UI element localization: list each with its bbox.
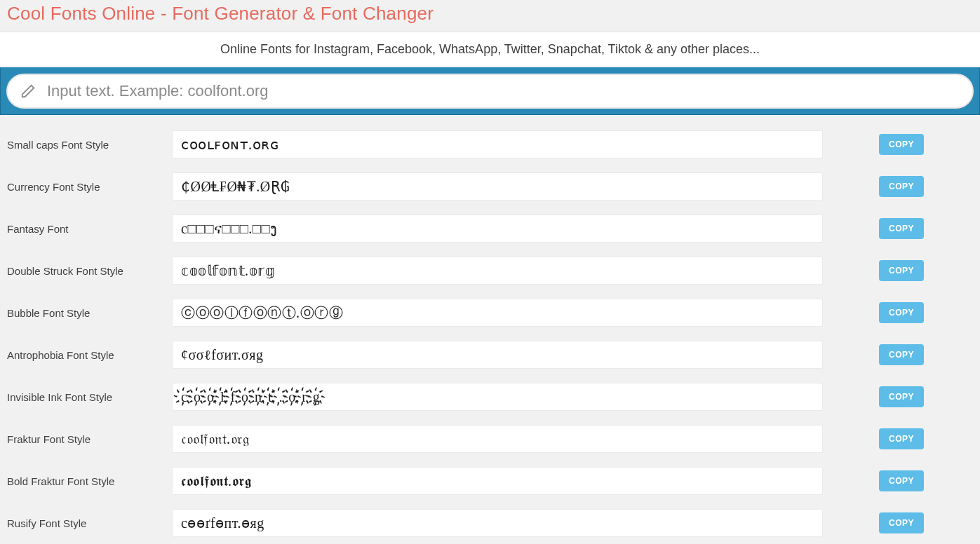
- font-style-row: Fraktur Font Style𝔠𝔬𝔬𝔩𝔣𝔬𝔫𝔱.𝔬𝔯𝔤COPY: [0, 418, 980, 460]
- copy-button[interactable]: COPY: [879, 134, 924, 155]
- font-style-label: Fantasy Font: [7, 223, 165, 235]
- copy-button[interactable]: COPY: [879, 176, 924, 197]
- font-style-output[interactable]: ⓒⓞⓞⓛⓕⓞⓝⓣ.ⓞⓡⓖ: [172, 299, 823, 327]
- font-style-row: Invisible Ink Font Stylec҉o҉o҉l҉f҉o҉n҉t҉…: [0, 376, 980, 418]
- page-title: Cool Fonts Online - Font Generator & Fon…: [7, 3, 973, 25]
- font-style-output[interactable]: c□□□ና□□□.□□ງ: [172, 215, 823, 243]
- copy-button[interactable]: COPY: [879, 386, 924, 407]
- font-style-label: Double Struck Font Style: [7, 265, 165, 277]
- font-style-label: Invisible Ink Font Style: [7, 391, 165, 403]
- subtitle-bar: Online Fonts for Instagram, Facebook, Wh…: [0, 32, 980, 67]
- font-style-output[interactable]: cѳѳґfѳпт.ѳяg: [172, 509, 823, 537]
- font-style-output[interactable]: c҉o҉o҉l҉f҉o҉n҉t҉.҉o҉r҉g҉: [172, 383, 823, 411]
- font-style-label: Bold Fraktur Font Style: [7, 475, 165, 487]
- font-style-row: Antrophobia Font Style¢σσℓfσит.σяgCOPY: [0, 334, 980, 376]
- font-style-label: Currency Font Style: [7, 181, 165, 193]
- copy-button[interactable]: COPY: [879, 428, 924, 449]
- copy-button[interactable]: COPY: [879, 260, 924, 281]
- font-style-label: Fraktur Font Style: [7, 433, 165, 445]
- copy-button[interactable]: COPY: [879, 218, 924, 239]
- font-style-row: Bold Fraktur Font Style𝖈𝖔𝖔𝖑𝖋𝖔𝖓𝖙.𝖔𝖗𝖌COPY: [0, 460, 980, 502]
- font-style-output[interactable]: ᴄᴏᴏʟꜰᴏɴᴛ.ᴏʀɢ: [172, 130, 823, 158]
- font-style-row: Bubble Font Styleⓒⓞⓞⓛⓕⓞⓝⓣ.ⓞⓡⓖCOPY: [0, 292, 980, 334]
- font-style-output[interactable]: 𝔠𝔬𝔬𝔩𝔣𝔬𝔫𝔱.𝔬𝔯𝔤: [172, 425, 823, 453]
- font-style-label: Bubble Font Style: [7, 307, 165, 319]
- font-style-label: Small caps Font Style: [7, 139, 165, 151]
- header-bar: Cool Fonts Online - Font Generator & Fon…: [0, 0, 980, 32]
- font-style-output[interactable]: ₵ØØⱠ₣Ø₦₮.ØⱤ₲: [172, 172, 823, 200]
- font-style-label: Rusify Font Style: [7, 517, 165, 529]
- font-style-row: Small caps Font Styleᴄᴏᴏʟꜰᴏɴᴛ.ᴏʀɢCOPY: [0, 123, 980, 165]
- font-style-row: Rusify Font Stylecѳѳґfѳпт.ѳяgCOPY: [0, 502, 980, 544]
- copy-button[interactable]: COPY: [879, 512, 924, 533]
- font-style-list: Small caps Font Styleᴄᴏᴏʟꜰᴏɴᴛ.ᴏʀɢCOPYCur…: [0, 115, 980, 544]
- copy-button[interactable]: COPY: [879, 470, 924, 491]
- copy-button[interactable]: COPY: [879, 302, 924, 323]
- text-input[interactable]: [6, 74, 974, 109]
- font-style-row: Currency Font Style₵ØØⱠ₣Ø₦₮.ØⱤ₲COPY: [0, 165, 980, 208]
- font-style-label: Antrophobia Font Style: [7, 349, 165, 361]
- copy-button[interactable]: COPY: [879, 344, 924, 365]
- font-style-row: Double Struck Font Style𝕔𝕠𝕠𝕝𝕗𝕠𝕟𝕥.𝕠𝕣𝕘COPY: [0, 250, 980, 292]
- input-container: [0, 67, 980, 115]
- pencil-icon: [20, 83, 36, 99]
- font-style-output[interactable]: 𝖈𝖔𝖔𝖑𝖋𝖔𝖓𝖙.𝖔𝖗𝖌: [172, 467, 823, 495]
- font-style-row: Fantasy Fontc□□□ና□□□.□□ງCOPY: [0, 208, 980, 250]
- font-style-output[interactable]: ¢σσℓfσит.σяg: [172, 341, 823, 369]
- font-style-output[interactable]: 𝕔𝕠𝕠𝕝𝕗𝕠𝕟𝕥.𝕠𝕣𝕘: [172, 257, 823, 285]
